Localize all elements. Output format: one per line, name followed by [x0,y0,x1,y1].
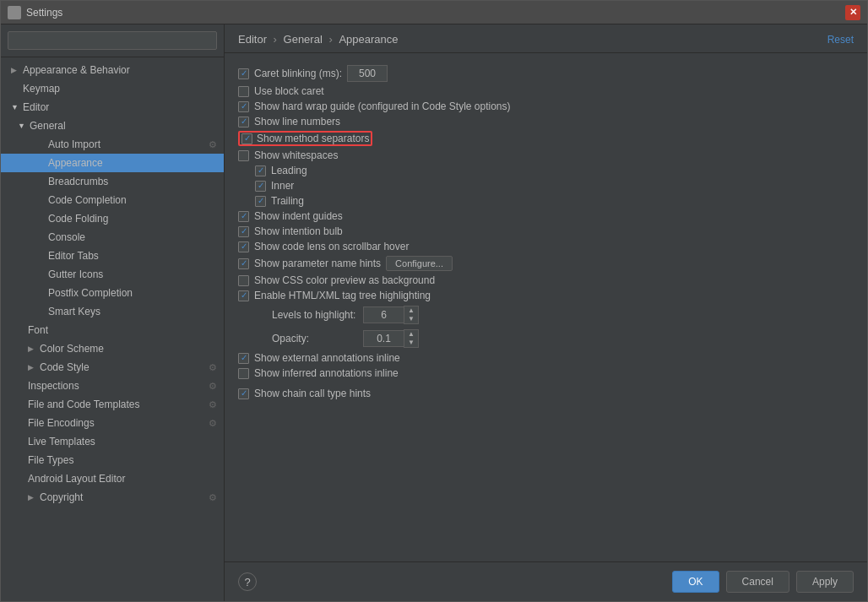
checkbox-wrap[interactable] [241,133,252,144]
inner-checkbox[interactable] [255,181,266,192]
sidebar-item-android-layout-editor[interactable]: Android Layout Editor [1,469,224,488]
use-block-caret-checkbox[interactable] [238,86,249,97]
show-inferred-annotations-checkbox[interactable] [238,368,249,379]
sidebar-item-breadcrumbs[interactable]: Breadcrumbs [1,172,224,191]
checkbox-wrap[interactable] [238,117,249,127]
enable-html-xml-checkbox[interactable] [238,290,249,301]
sidebar-item-file-encodings[interactable]: File Encodings ⚙ [1,414,224,432]
checkbox-wrap[interactable] [238,353,249,364]
option-show-whitespaces: Show whitespaces [238,148,854,163]
trailing-checkbox[interactable] [255,196,266,207]
sidebar-item-auto-import[interactable]: Auto Import ⚙ [1,135,224,154]
arrow-icon: ▶ [28,493,36,502]
checkbox-wrap[interactable] [238,68,249,79]
settings-icon: ⚙ [209,492,217,503]
configure-button[interactable]: Configure... [386,256,453,271]
show-chain-call-checkbox[interactable] [238,388,249,399]
cancel-button[interactable]: Cancel [726,571,789,593]
spinner-down[interactable]: ▼ [404,315,418,323]
arrow-icon: ▶ [28,344,36,353]
sidebar-item-postfix-completion[interactable]: Postfix Completion [1,284,224,302]
show-line-numbers-label: Show line numbers [254,116,340,127]
checkbox-wrap[interactable] [255,181,266,192]
apply-button[interactable]: Apply [796,571,854,593]
search-input[interactable] [8,31,217,50]
show-css-color-checkbox[interactable] [238,275,249,286]
checkbox-wrap[interactable] [238,241,249,252]
close-button[interactable]: ✕ [845,5,860,20]
sidebar-item-file-code-templates[interactable]: File and Code Templates ⚙ [1,395,224,414]
checkbox-wrap[interactable] [238,226,249,237]
option-show-method-separators: Show method separators [238,129,854,148]
sidebar-item-general[interactable]: ▼ General [1,117,224,135]
spinner-buttons: ▲ ▼ [404,329,419,348]
show-intention-bulb-checkbox[interactable] [238,226,249,237]
sidebar-item-appearance-behavior[interactable]: ▶ Appearance & Behavior [1,61,224,79]
checkbox-wrap[interactable] [238,275,249,286]
show-external-annotations-checkbox[interactable] [238,353,249,364]
sidebar-label: Appearance & Behavior [23,64,130,76]
sidebar-item-live-templates[interactable]: Live Templates [1,432,224,451]
show-indent-guides-checkbox[interactable] [238,211,249,222]
show-param-hints-checkbox[interactable] [238,258,249,269]
sidebar-item-console[interactable]: Console [1,228,224,247]
breadcrumb-sep1: › [274,33,280,46]
arrow-icon: ▶ [11,66,19,74]
sidebar-label: Code Folding [48,213,108,225]
panel-header: Editor › General › Appearance Reset [225,24,867,53]
checkbox-wrap[interactable] [238,150,249,161]
sidebar-item-keymap[interactable]: Keymap [1,79,224,98]
checkbox-wrap[interactable] [238,86,249,97]
show-hard-wrap-checkbox[interactable] [238,101,249,112]
spinner-up[interactable]: ▲ [404,330,418,339]
spinner-down[interactable]: ▼ [404,339,418,347]
checkbox-wrap[interactable] [238,101,249,112]
checkbox-wrap[interactable] [255,196,266,207]
show-method-separators-checkbox[interactable] [241,133,252,144]
levels-input[interactable] [363,306,404,323]
checkbox-wrap[interactable] [238,368,249,379]
sidebar-label: File and Code Templates [28,399,140,410]
right-panel: Editor › General › Appearance Reset Care… [225,24,867,601]
sidebar-item-smart-keys[interactable]: Smart Keys [1,302,224,321]
sidebar-label: File Types [28,454,73,466]
levels-to-highlight-label: Levels to highlight: [272,309,356,321]
help-button[interactable]: ? [238,572,257,591]
arrow-icon: ▶ [28,363,36,372]
sidebar-item-appearance[interactable]: Appearance [1,154,224,172]
checkbox-wrap[interactable] [238,290,249,301]
checkbox-wrap[interactable] [238,388,249,399]
caret-blinking-input[interactable] [347,65,388,82]
sidebar-label: Font [28,324,48,336]
show-whitespaces-checkbox[interactable] [238,150,249,161]
sidebar-item-code-completion[interactable]: Code Completion [1,191,224,209]
caret-blinking-checkbox[interactable] [238,68,249,79]
sidebar-item-color-scheme[interactable]: ▶ Color Scheme [1,339,224,358]
sidebar-label: Postfix Completion [48,287,133,299]
sidebar-item-copyright[interactable]: ▶ Copyright ⚙ [1,488,224,507]
option-show-hard-wrap: Show hard wrap guide (configured in Code… [238,99,854,114]
opacity-input[interactable] [363,330,404,347]
sidebar-item-font[interactable]: Font [1,321,224,339]
highlight-box: Show method separators [238,131,372,146]
sidebar-item-code-style[interactable]: ▶ Code Style ⚙ [1,358,224,377]
checkbox-wrap[interactable] [255,165,266,176]
reset-link[interactable]: Reset [827,34,854,46]
sidebar-item-file-types[interactable]: File Types [1,451,224,469]
sidebar-item-editor[interactable]: ▼ Editor [1,98,224,117]
sidebar-item-inspections[interactable]: Inspections ⚙ [1,377,224,395]
option-use-block-caret: Use block caret [238,84,854,99]
spinner-up[interactable]: ▲ [404,306,418,315]
sidebar-item-gutter-icons[interactable]: Gutter Icons [1,265,224,284]
show-line-numbers-checkbox[interactable] [238,117,249,127]
show-code-lens-checkbox[interactable] [238,241,249,252]
trailing-label: Trailing [271,195,304,207]
ok-button[interactable]: OK [672,571,719,593]
show-indent-guides-label: Show indent guides [254,210,343,222]
sidebar-item-editor-tabs[interactable]: Editor Tabs [1,247,224,265]
checkbox-wrap[interactable] [238,258,249,269]
settings-icon: ⚙ [209,362,217,373]
checkbox-wrap[interactable] [238,211,249,222]
sidebar-item-code-folding[interactable]: Code Folding [1,209,224,228]
leading-checkbox[interactable] [255,165,266,176]
